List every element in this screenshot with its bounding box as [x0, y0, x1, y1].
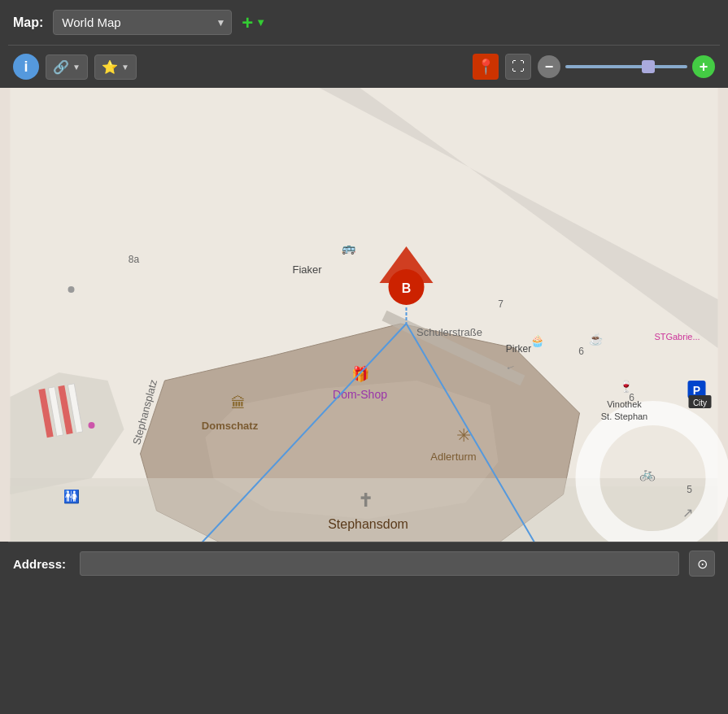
svg-text:🚲: 🚲 — [639, 466, 656, 481]
map-container[interactable]: ✝ ← Stephansplatz Schulerstraße Stephans… — [0, 88, 728, 542]
toolbar: i 🔗 ▼ ⭐ ▼ 📍 ⛶ − + — [0, 46, 728, 88]
location-icon: 📍 — [477, 58, 495, 76]
fullscreen-button[interactable]: ⛶ — [505, 54, 531, 80]
svg-text:Vinothek: Vinothek — [607, 399, 642, 409]
zoom-plus-icon: + — [700, 59, 708, 76]
map-svg: ✝ ← Stephansplatz Schulerstraße Stephans… — [0, 88, 728, 542]
map-select[interactable]: World Map Street Map Satellite — [53, 10, 232, 35]
location-button[interactable]: 📍 — [473, 54, 499, 80]
svg-text:6: 6 — [578, 346, 584, 357]
svg-text:☕: ☕ — [589, 333, 604, 346]
svg-text:Schulerstraße: Schulerstraße — [416, 326, 482, 338]
info-button[interactable]: i — [13, 54, 39, 80]
zoom-controls: − + — [538, 55, 715, 78]
svg-text:B: B — [402, 281, 412, 295]
zoom-minus-icon: − — [545, 59, 554, 76]
svg-text:St. Stephan: St. Stephan — [601, 411, 648, 421]
svg-text:6: 6 — [629, 392, 634, 403]
info-icon: i — [24, 59, 28, 76]
add-icon: + — [242, 11, 253, 34]
svg-text:P: P — [693, 384, 700, 397]
link-button[interactable]: 🔗 ▼ — [46, 54, 88, 80]
svg-text:Adlerturm: Adlerturm — [430, 451, 476, 463]
svg-text:🚻: 🚻 — [63, 489, 80, 504]
geocode-icon: ⊙ — [697, 556, 708, 572]
link-icon: 🔗 — [53, 59, 69, 75]
bookmark-button[interactable]: ⭐ ▼ — [94, 54, 137, 80]
svg-text:🧁: 🧁 — [530, 334, 545, 348]
svg-point-71 — [68, 286, 75, 293]
address-input[interactable] — [80, 551, 679, 576]
map-label: Map: — [13, 15, 43, 30]
geocode-button[interactable]: ⊙ — [689, 551, 715, 577]
svg-text:Pirker: Pirker — [506, 343, 531, 355]
add-map-button[interactable]: + ▼ — [242, 11, 266, 34]
svg-text:7: 7 — [498, 298, 503, 310]
svg-text:5: 5 — [687, 484, 692, 495]
add-arrow-icon: ▼ — [255, 16, 266, 28]
svg-text:Stephansdom: Stephansdom — [328, 517, 408, 531]
svg-text:8a: 8a — [129, 254, 140, 265]
address-label: Address: — [13, 557, 70, 571]
map-select-wrapper: World Map Street Map Satellite ▼ — [53, 10, 232, 35]
svg-text:Domschatz: Domschatz — [202, 420, 259, 432]
zoom-slider[interactable] — [565, 65, 687, 68]
star-icon: ⭐ — [102, 59, 118, 75]
svg-text:↗: ↗ — [682, 506, 693, 520]
link-arrow-icon: ▼ — [72, 63, 81, 72]
header-bar: Map: World Map Street Map Satellite ▼ + … — [0, 0, 728, 45]
svg-text:STGabrie...: STGabrie... — [654, 332, 700, 342]
zoom-plus-button[interactable]: + — [692, 55, 715, 78]
svg-text:Fiaker: Fiaker — [292, 263, 322, 276]
svg-text:City: City — [693, 398, 707, 407]
fullscreen-icon: ⛶ — [512, 59, 525, 74]
svg-text:🚌: 🚌 — [342, 242, 356, 255]
svg-point-72 — [89, 422, 95, 429]
address-bar: Address: ⊙ — [0, 542, 728, 585]
zoom-minus-button[interactable]: − — [538, 55, 560, 78]
star-arrow-icon: ▼ — [121, 63, 129, 72]
svg-text:🏛: 🏛 — [231, 394, 246, 411]
